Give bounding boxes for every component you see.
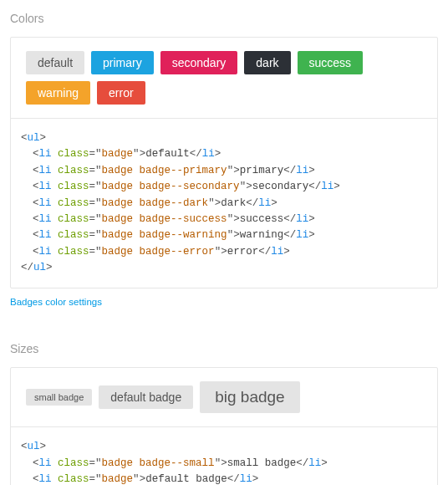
code-line: <li class="badge badge--small">small bad… xyxy=(21,456,427,472)
badge-secondary: secondary xyxy=(160,51,238,74)
badge-success: success xyxy=(298,51,364,74)
colors-panel: default primary secondary dark success w… xyxy=(10,37,438,288)
section-title-colors: Colors xyxy=(10,12,438,25)
code-line: <li class="badge badge--warning">warning… xyxy=(21,227,427,243)
sizes-demo-row: small badge default badge big badge xyxy=(11,368,437,427)
badge-error: error xyxy=(97,81,145,105)
badge-warning: warning xyxy=(26,81,90,105)
code-line: <li class="badge badge--dark">dark</li> xyxy=(21,196,427,212)
code-line: <li class="badge badge--success">success… xyxy=(21,212,427,227)
code-line: <li class="badge badge--primary">primary… xyxy=(21,163,427,179)
section-title-sizes: Sizes xyxy=(10,342,438,355)
badge-default-size: default badge xyxy=(99,385,193,409)
colors-demo-row: default primary secondary dark success w… xyxy=(11,38,437,119)
colors-code-block: <ul><li class="badge">default</li><li cl… xyxy=(11,119,437,288)
code-line: <li class="badge badge--secondary">secon… xyxy=(21,179,427,195)
code-line: <li class="badge">default</li> xyxy=(21,146,427,162)
badge-dark: dark xyxy=(244,51,290,74)
code-line: <li class="badge badge--error">error</li… xyxy=(21,244,427,260)
badge-big: big badge xyxy=(200,381,299,413)
sizes-code-block: <ul><li class="badge badge--small">small… xyxy=(11,427,437,485)
badge-primary: primary xyxy=(91,51,154,74)
code-line: <li class="badge">default badge</li> xyxy=(21,472,427,485)
badge-small: small badge xyxy=(26,389,92,406)
badge-default: default xyxy=(26,51,84,74)
sizes-panel: small badge default badge big badge <ul>… xyxy=(10,367,438,485)
badges-color-settings-link[interactable]: Badges color settings xyxy=(10,297,102,307)
